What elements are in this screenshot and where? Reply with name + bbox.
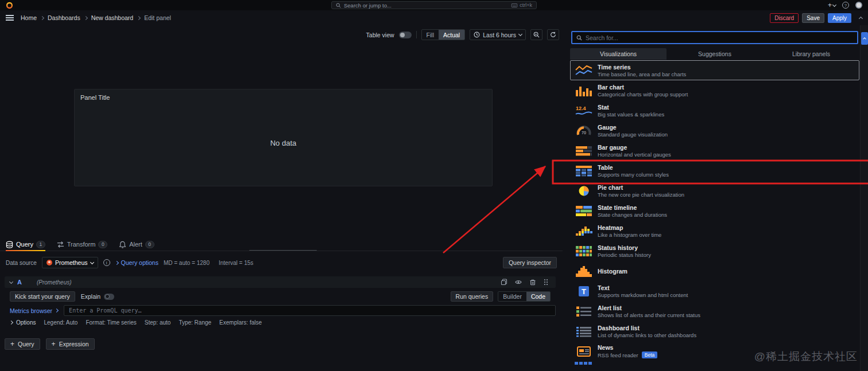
breadcrumb-item-new-dashboard[interactable]: New dashboard [91,14,134,21]
datasource-name: Prometheus [55,259,88,266]
stat-icon: 12.4 [575,105,592,116]
bar-chart-icon [575,85,592,96]
editor-tab-query[interactable]: Query1 [6,238,45,251]
prometheus-icon [46,260,52,265]
collapse-header-icon[interactable] [859,16,863,20]
viz-item-description: Categorical charts with group support [598,91,688,97]
viz-item-bar-gauge[interactable]: Bar gaugeHorizontal and vertical gauges [570,140,859,161]
viz-item-dashboard-list[interactable]: Dashboard listList of dynamic links to o… [570,321,859,341]
viz-item-histogram[interactable]: Histogram [570,261,859,281]
svg-text:T: T [582,287,586,296]
breadcrumb-item-home[interactable]: Home [21,14,37,21]
user-avatar[interactable] [855,2,862,9]
viz-tab-suggestions[interactable]: Suggestions [666,48,763,60]
datasource-help-icon[interactable]: i [103,259,110,266]
collapse-query-icon[interactable] [9,279,13,283]
viz-item-description: Like a histogram over time [598,232,661,238]
news-icon [575,346,592,357]
table-view-toggle[interactable] [399,32,412,38]
viz-item-status-history[interactable]: Status historyPeriodic status history [570,241,859,261]
chevron-right-icon [115,260,119,264]
promql-input[interactable] [64,305,556,316]
zoom-out-button[interactable] [530,29,542,40]
viz-item-description: List of dynamic links to other dashboard… [598,332,696,338]
breadcrumb: HomeDashboardsNew dashboardEdit panel [21,14,171,21]
editor-tab-alert[interactable]: Alert0 [119,238,154,251]
query-inspector-button[interactable]: Query inspector [503,257,557,268]
viz-item-name: Heatmap [598,224,661,231]
sidebar-scrollbar[interactable] [860,25,868,371]
add-expression-button[interactable]: +Expression [46,338,95,350]
shortcut-hint: ctrl+k [511,2,532,8]
alert-list-icon [575,306,592,317]
editor-tab-label: Query [16,241,33,248]
grafana-logo[interactable] [6,2,13,9]
viz-item-time-series[interactable]: Time seriesTime based line, area and bar… [570,60,859,80]
beta-badge: Beta [642,352,658,358]
query-row-header[interactable]: A (Prometheus) [5,276,556,288]
metrics-browser-link[interactable]: Metrics browser [10,307,58,314]
kick-start-button[interactable]: Kick start your query [10,291,75,302]
add-menu-button[interactable]: + [828,1,836,9]
global-search-input[interactable] [344,2,508,9]
options-disclosure[interactable]: Options [10,319,36,326]
viz-item-bar-chart[interactable]: Bar chartCategorical charts with group s… [570,80,859,100]
query-option-summary: Step: auto [145,319,171,326]
actual-option[interactable]: Actual [439,30,464,40]
viz-item-name: Alert list [598,304,700,311]
viz-item-gauge[interactable]: 70GaugeStandard gauge visualization [570,120,859,140]
viz-search-input[interactable] [586,34,853,41]
time-range-picker[interactable]: Last 6 hours [470,29,526,40]
breadcrumb-item-edit-panel[interactable]: Edit panel [144,14,171,21]
query-editor-card: A (Prometheus) Kick start your query Exp… [5,276,556,326]
run-queries-button[interactable]: Run queries [451,291,494,302]
viz-tab-library-panels[interactable]: Library panels [763,48,859,60]
breadcrumb-item-dashboards[interactable]: Dashboards [48,14,80,21]
editor-tab-transform[interactable]: Transform0 [57,238,107,251]
table-icon [575,165,592,177]
viz-item-alert-list[interactable]: Alert listShows list of alerts and their… [570,301,859,321]
fill-option[interactable]: Fill [422,30,439,40]
viz-item-table[interactable]: TableSupports many column styles [570,161,859,181]
explain-toggle[interactable] [104,294,114,300]
query-options-link[interactable]: Query options [115,259,158,266]
time-range-label: Last 6 hours [483,32,516,38]
viz-item-text[interactable]: TTextSupports markdown and html content [570,281,859,301]
watermark: @稀土掘金技术社区 [754,349,858,364]
panel-view-controls: Table view Fill Actual Last 6 hours [0,29,563,40]
eye-icon[interactable] [515,279,522,286]
viz-item-pie-chart[interactable]: Pie chartThe new core pie chart visualiz… [570,181,859,201]
help-icon[interactable]: ? [842,2,849,9]
trash-icon[interactable] [529,279,536,286]
viz-item-description: Shows list of alerts and their current s… [598,312,700,318]
viz-item-name: Time series [598,64,686,71]
editor-tab-badge: 1 [36,241,45,248]
drag-handle[interactable] [544,279,551,286]
viz-item-heatmap[interactable]: HeatmapLike a histogram over time [570,221,859,241]
viz-item-state-timeline[interactable]: State timelineState changes and duration… [570,201,859,221]
menu-icon[interactable] [6,15,14,21]
viz-item-name: State timeline [598,204,667,211]
viz-tab-visualizations[interactable]: Visualizations [570,48,666,60]
editor-tab-label: Alert [129,241,142,248]
code-mode-option[interactable]: Code [526,292,550,301]
search-icon [336,3,341,8]
discard-button[interactable]: Discard [770,13,799,23]
builder-mode-option[interactable]: Builder [498,292,526,301]
datasource-picker[interactable]: Prometheus [42,257,98,268]
apply-button[interactable]: Apply [828,13,851,23]
shortcut-text: ctrl+k [520,2,532,8]
duplicate-icon[interactable] [501,279,507,286]
query-toolbar: Data source Prometheus i Query options M… [0,256,563,270]
save-button[interactable]: Save [802,13,824,23]
viz-item-name: Status history [598,244,651,251]
global-search[interactable]: ctrl+k [331,1,537,9]
viz-item-description: Time based line, area and bar charts [598,71,686,77]
viz-search[interactable] [571,31,858,44]
add-query-button[interactable]: +Query [5,338,40,350]
scroll-up-button[interactable] [861,32,868,45]
refresh-button[interactable] [547,29,559,40]
keyboard-icon [511,3,518,8]
viz-item-stat[interactable]: 12.4StatBig stat values & sparklines [570,100,859,120]
panel-preview[interactable]: Panel Title No data [74,89,493,186]
